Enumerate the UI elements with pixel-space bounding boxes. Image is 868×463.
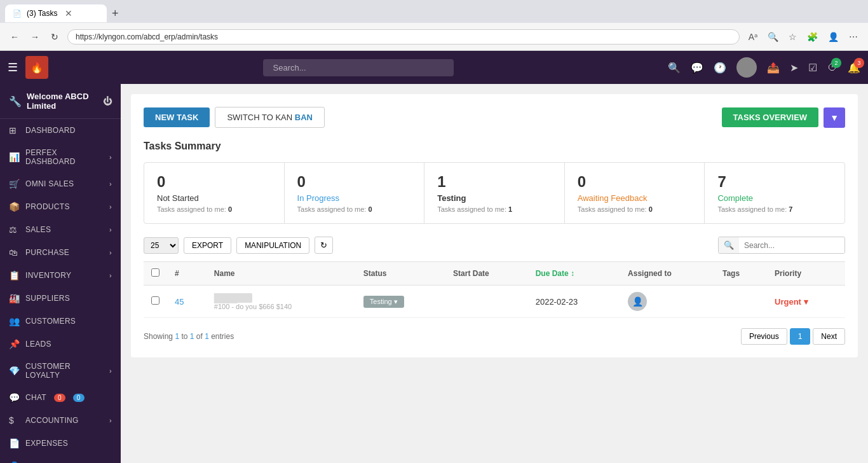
row-status: Testing ▾ (356, 286, 445, 318)
row-num: 45 (167, 286, 207, 318)
filter-button[interactable]: ▼ (824, 107, 845, 128)
row-due-date: 2022-02-23 (528, 286, 620, 318)
header-checkbox-cell (144, 262, 167, 286)
showing-from[interactable]: 1 (175, 332, 179, 341)
header-name[interactable]: Name (207, 262, 356, 286)
purchase-icon: 🛍 (9, 247, 20, 258)
current-page-button[interactable]: 1 (790, 328, 811, 345)
sales-icon: ⚖ (9, 225, 20, 235)
active-tab[interactable]: 📄 (3) Tasks ✕ (5, 4, 107, 22)
sub-not-started: Tasks assigned to me: 0 (157, 205, 271, 213)
count-complete: 7 (717, 173, 832, 191)
header-priority: Priority (767, 262, 845, 286)
forward-button[interactable]: → (28, 29, 42, 45)
next-page-button[interactable]: Next (813, 328, 845, 345)
sidebar-item-leads[interactable]: 📌 LEADS (0, 333, 121, 356)
tasks-overview-button[interactable]: TASKS OVERVIEW (722, 107, 819, 127)
sidebar-item-suppliers[interactable]: 🏭 SUPPLIERS (0, 287, 121, 310)
bell-icon[interactable]: 🔔 3 (848, 62, 860, 74)
row-checkbox[interactable] (151, 296, 159, 305)
sidebar-item-perfex-dashboard[interactable]: 📊 PERFEX DASHBOARD › (0, 142, 121, 172)
chat-icon: 💬 (9, 392, 20, 403)
table-row: 45 ████ #100 - do you $666 $140 Testing … (144, 286, 845, 318)
back-button[interactable]: ← (8, 29, 22, 45)
extensions-icon: 🧩 (804, 29, 820, 45)
sidebar-item-dashboard[interactable]: ⊞ DASHBOARD (0, 119, 121, 142)
topbar-search-input[interactable] (263, 59, 454, 76)
label-complete: Complete (717, 193, 832, 203)
count-inprogress: 0 (297, 173, 412, 191)
avatar-icon[interactable] (736, 57, 757, 78)
products-icon: 📦 (9, 202, 20, 212)
history-icon[interactable]: 🕐 (714, 62, 726, 74)
search-icon[interactable]: 🔍 (668, 62, 681, 74)
main-content: NEW TASK SWITCH TO KAN BAN TASKS OVERVIE… (121, 84, 868, 463)
refresh-table-button[interactable]: ↻ (315, 237, 333, 254)
select-all-checkbox[interactable] (151, 268, 159, 277)
table-controls: 25 50 100 EXPORT MANIPULATION ↻ 🔍 (144, 237, 845, 254)
sidebar-item-customers[interactable]: 👥 CUSTOMERS (0, 310, 121, 333)
arrow-icon: › (109, 249, 112, 256)
customers-icon: 👥 (9, 316, 20, 326)
sidebar-item-label: PERFEX DASHBOARD (25, 148, 104, 166)
status-badge[interactable]: Testing ▾ (363, 296, 404, 308)
pagination-bar: Showing 1 to 1 of 1 entries Previous 1 N… (144, 328, 845, 345)
tab-close-button[interactable]: ✕ (65, 8, 72, 18)
prev-page-button[interactable]: Previous (741, 328, 787, 345)
topbar-search-container (56, 59, 660, 76)
forward-icon[interactable]: ➤ (790, 62, 798, 74)
table-search-input[interactable] (739, 238, 844, 253)
share-icon[interactable]: 📤 (767, 62, 780, 74)
switch-kanban-button[interactable]: SWITCH TO KAN BAN (215, 107, 325, 128)
search-box-icon: 🔍 (719, 237, 739, 253)
manipulation-button[interactable]: MANIPULATION (236, 237, 309, 254)
sidebar-item-expenses[interactable]: 📄 EXPENSES (0, 432, 121, 455)
header-status: Status (356, 262, 445, 286)
omni-sales-icon: 🛒 (9, 179, 20, 189)
sidebar-item-hr-records[interactable]: 👤 HR RECORDS › (0, 455, 121, 463)
chat-badge-2: 0 (73, 394, 85, 402)
header-due-date[interactable]: Due Date ↕ (528, 262, 620, 286)
arrow-icon: › (109, 203, 112, 211)
more-options-icon[interactable]: ⋯ (846, 29, 860, 45)
row-assigned-to: 👤 (620, 286, 715, 318)
row-priority: Urgent ▾ (767, 286, 845, 318)
sidebar-item-label: SALES (25, 225, 51, 234)
per-page-select[interactable]: 25 50 100 (144, 237, 179, 254)
sidebar-item-inventory[interactable]: 📋 INVENTORY › (0, 264, 121, 287)
sidebar-item-sales[interactable]: ⚖ SALES › (0, 218, 121, 241)
showing-to[interactable]: 1 (190, 332, 194, 341)
row-start-date (445, 286, 528, 318)
tab-title: (3) Tasks (27, 9, 57, 18)
url-input[interactable] (67, 29, 740, 45)
sidebar-item-label: PRODUCTS (25, 202, 70, 211)
tasks-icon[interactable]: ☑ (808, 62, 817, 74)
sidebar-item-label: CUSTOMERS (25, 317, 76, 326)
assigned-avatar: 👤 (628, 292, 647, 311)
zoom-icon: 🔍 (765, 29, 781, 45)
sidebar-item-products[interactable]: 📦 PRODUCTS › (0, 195, 121, 218)
sidebar-item-chat[interactable]: 💬 CHAT 0 0 (0, 386, 121, 409)
sidebar-item-purchase[interactable]: 🛍 PURCHASE › (0, 241, 121, 264)
sidebar-item-omni-sales[interactable]: 🛒 OMNI SALES › (0, 172, 121, 195)
count-not-started: 0 (157, 173, 271, 191)
showing-of[interactable]: 1 (205, 332, 209, 341)
app-topbar: ☰ 🔥 🔍 💬 🕐 📤 ➤ ☑ ⏱ 2 (0, 51, 868, 84)
export-button[interactable]: EXPORT (184, 237, 231, 254)
header-num: # (167, 262, 207, 286)
priority-badge[interactable]: Urgent ▾ (775, 297, 837, 307)
sub-testing: Tasks assigned to me: 1 (437, 205, 552, 213)
refresh-button[interactable]: ↻ (48, 29, 61, 45)
sidebar-item-customer-loyalty[interactable]: 💎 CUSTOMER LOYALTY › (0, 356, 121, 386)
sidebar-item-accounting[interactable]: $ ACCOUNTING › (0, 409, 121, 432)
logout-icon[interactable]: ⏻ (103, 96, 112, 106)
bell-badge: 3 (854, 58, 864, 68)
arrow-icon: › (109, 180, 112, 188)
messages-icon[interactable]: 💬 (691, 62, 703, 74)
new-task-button[interactable]: NEW TASK (144, 107, 210, 127)
new-tab-button[interactable]: + (107, 7, 124, 20)
perfex-icon: 📊 (9, 152, 20, 162)
menu-icon[interactable]: ☰ (8, 60, 18, 74)
sidebar-item-label: INVENTORY (25, 271, 71, 280)
clock-icon[interactable]: ⏱ 2 (827, 62, 837, 73)
